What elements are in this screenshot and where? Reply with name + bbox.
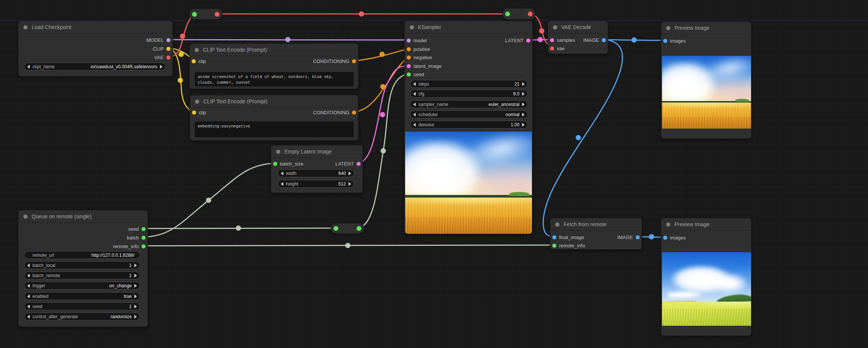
clip-input-dot[interactable] [192,59,196,63]
node-title-bar[interactable]: Preview Image [661,22,751,34]
node-fetch-from-remote[interactable]: Fetch from remote final_image remote_inf… [550,218,642,250]
node-collapse-dot[interactable] [666,222,670,227]
node-title-bar[interactable]: Fetch from remote [550,218,642,231]
widget-enabled[interactable]: enabled true [24,292,140,300]
reroute-input-dot[interactable] [192,12,197,17]
widget-seed[interactable]: seed 1 [24,302,140,310]
increment-arrow-icon[interactable] [522,92,525,96]
widget-denoise[interactable]: denoise 1.00 [410,121,528,129]
samples-input-dot[interactable] [550,38,554,42]
reroute-output-dot[interactable] [528,12,533,17]
widget-batch-local[interactable]: batch_local 1 [24,261,140,269]
reroute-input-dot[interactable] [505,12,510,17]
increment-arrow-icon[interactable] [134,284,137,288]
widget-control-after-generate[interactable]: control_after_generate randomize [24,313,140,320]
decrement-arrow-icon[interactable] [413,82,416,86]
node-collapse-dot[interactable] [666,26,670,30]
increment-arrow-icon[interactable] [522,82,525,86]
widget-height[interactable]: height 512 [278,180,354,188]
decrement-arrow-icon[interactable] [413,123,416,127]
node-clip-text-encode-negative[interactable]: CLIP Text Encode (Prompt) clip CONDITION… [190,95,358,141]
clip-output-dot[interactable] [166,47,171,51]
node-preview-image-top[interactable]: Preview Image images [661,21,751,139]
reroute-node-vae-1[interactable] [189,9,222,20]
node-vae-decode[interactable]: VAE Decode samples vae IMAGE [548,21,608,54]
remote-info-output-dot[interactable] [141,244,146,248]
prompt-text-area[interactable]: anime screenshot of a field of wheat, ou… [195,72,354,86]
model-output-dot[interactable] [166,38,171,42]
image-output-dot[interactable] [636,235,640,239]
increment-arrow-icon[interactable] [522,103,525,106]
decrement-arrow-icon[interactable] [413,92,416,96]
conditioning-output-dot[interactable] [352,59,356,63]
latent-image-input-dot[interactable] [407,64,411,68]
decrement-arrow-icon[interactable] [27,305,30,308]
image-output-dot[interactable] [602,38,606,42]
node-empty-latent-image[interactable]: Empty Latent Image batch_size LATENT wid… [271,145,363,193]
node-collapse-dot[interactable] [555,222,559,227]
vae-output-dot[interactable] [166,55,171,60]
node-title-bar[interactable]: Load Checkpoint [18,21,172,34]
widget-width[interactable]: width 640 [278,169,354,177]
prompt-text-area[interactable]: embedding:easynegative [195,121,354,137]
increment-arrow-icon[interactable] [134,294,137,298]
decrement-arrow-icon[interactable] [281,182,283,186]
node-title-bar[interactable]: CLIP Text Encode (Prompt) [190,95,358,108]
increment-arrow-icon[interactable] [134,305,137,308]
reroute-input-dot[interactable] [333,226,338,231]
batch-size-input-dot[interactable] [273,162,277,166]
increment-arrow-icon[interactable] [522,113,525,117]
decrement-arrow-icon[interactable] [281,172,283,175]
node-collapse-dot[interactable] [410,25,414,29]
node-collapse-dot[interactable] [195,100,199,104]
increment-arrow-icon[interactable] [134,315,137,319]
node-load-checkpoint[interactable]: Load Checkpoint MODEL CLIP VAE ckpt_name… [18,21,173,77]
clip-input-dot[interactable] [192,110,196,115]
widget-remote-url[interactable]: remote_url http://127.0.0.1:8288/ [24,251,140,259]
conditioning-output-dot[interactable] [352,110,356,115]
node-title-bar[interactable]: VAE Decode [548,21,608,34]
increment-arrow-icon[interactable] [134,274,137,277]
increment-arrow-icon[interactable] [522,123,525,127]
widget-cfg[interactable]: cfg 9.0 [410,90,528,98]
node-graph-canvas[interactable]: Load Checkpoint MODEL CLIP VAE ckpt_name… [0,0,868,348]
reroute-output-dot[interactable] [215,12,220,17]
final-image-input-dot[interactable] [552,235,556,239]
latent-output-dot[interactable] [526,38,530,43]
positive-input-dot[interactable] [407,47,411,51]
node-ksampler[interactable]: KSampler model positive negative latent_… [404,21,533,234]
decrement-arrow-icon[interactable] [27,65,30,69]
node-collapse-dot[interactable] [195,48,199,52]
node-queue-on-remote[interactable]: Queue on remote (single) seed batch remo… [18,210,148,327]
decrement-arrow-icon[interactable] [27,274,30,277]
reroute-node-vae-2[interactable] [502,8,535,20]
negative-input-dot[interactable] [407,55,411,60]
decrement-arrow-icon[interactable] [27,284,30,288]
images-input-dot[interactable] [663,39,667,43]
batch-output-dot[interactable] [141,236,146,240]
node-collapse-dot[interactable] [553,25,557,29]
increment-arrow-icon[interactable] [160,65,163,69]
node-collapse-dot[interactable] [23,25,28,29]
increment-arrow-icon[interactable] [349,182,351,186]
node-title-bar[interactable]: Preview Image [661,218,751,231]
vae-input-dot[interactable] [550,46,554,51]
node-collapse-dot[interactable] [276,150,280,154]
node-title-bar[interactable]: Empty Latent Image [271,146,363,158]
reroute-output-dot[interactable] [356,226,361,231]
increment-arrow-icon[interactable] [134,264,137,267]
seed-output-dot[interactable] [141,227,146,231]
widget-scheduler[interactable]: scheduler normal [410,110,528,118]
increment-arrow-icon[interactable] [349,172,351,175]
decrement-arrow-icon[interactable] [413,103,416,106]
widget-steps[interactable]: steps 21 [410,80,528,88]
node-collapse-dot[interactable] [23,215,28,219]
node-title-bar[interactable]: Queue on remote (single) [18,210,147,223]
node-clip-text-encode-positive[interactable]: CLIP Text Encode (Prompt) clip CONDITION… [189,43,358,89]
widget-ckpt-name[interactable]: ckpt_name ex\sawdust_v0.004R.safetensors [24,63,166,71]
widget-trigger[interactable]: trigger on_change [24,282,140,290]
reroute-node-seed[interactable] [331,223,364,234]
seed-input-dot[interactable] [407,72,411,77]
decrement-arrow-icon[interactable] [27,315,30,319]
widget-batch-remote[interactable]: batch_remote 1 [24,271,140,279]
